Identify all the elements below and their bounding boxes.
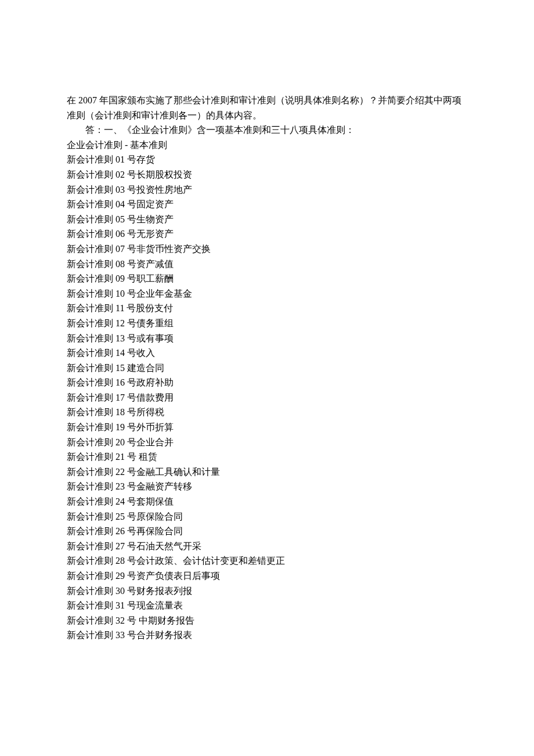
standard-item: 新会计准则 11 号股份支付 (67, 301, 467, 316)
standard-item: 新会计准则 24 号套期保值 (67, 494, 467, 509)
standard-item: 新会计准则 07 号非货币性资产交换 (67, 242, 467, 257)
standard-item: 新会计准则 16 号政府补助 (67, 375, 467, 390)
standard-item: 新会计准则 17 号借款费用 (67, 390, 467, 405)
standard-item: 新会计准则 33 号合并财务报表 (67, 628, 467, 643)
answer-intro: 答：一、《企业会计准则》含一项基本准则和三十八项具体准则： (67, 123, 467, 138)
standard-item: 新会计准则 03 号投资性房地产 (67, 182, 467, 197)
standard-item: 新会计准则 04 号固定资产 (67, 197, 467, 212)
standard-item: 新会计准则 02 号长期股权投资 (67, 167, 467, 182)
standard-item: 新会计准则 05 号生物资产 (67, 212, 467, 227)
standard-item: 新会计准则 09 号职工薪酬 (67, 271, 467, 286)
standard-item: 新会计准则 14 号收入 (67, 345, 467, 361)
standard-item: 新会计准则 27 号石油天然气开采 (67, 539, 467, 554)
standard-item: 新会计准则 26 号再保险合同 (67, 524, 467, 539)
standard-item: 新会计准则 23 号金融资产转移 (67, 479, 467, 494)
standard-item: 新会计准则 08 号资产减值 (67, 257, 467, 272)
standard-item: 新会计准则 32 号 中期财务报告 (67, 613, 467, 628)
standard-item: 新会计准则 28 号会计政策、会计估计变更和差错更正 (67, 553, 467, 568)
question-text: 在 2007 年国家颁布实施了那些会计准则和审计准则（说明具体准则名称）？并简要… (67, 93, 467, 123)
standard-item: 新会计准则 13 号或有事项 (67, 331, 467, 346)
standard-item: 新会计准则 06 号无形资产 (67, 226, 467, 242)
standard-item: 新会计准则 19 号外币折算 (67, 420, 467, 435)
standard-item: 新会计准则 12 号债务重组 (67, 316, 467, 331)
standard-item: 新会计准则 22 号金融工具确认和计量 (67, 465, 467, 480)
standard-item: 新会计准则 15 建造合同 (67, 361, 467, 376)
standard-item: 新会计准则 29 号资产负债表日后事项 (67, 568, 467, 584)
standard-item: 新会计准则 01 号存货 (67, 152, 467, 167)
standards-list: 新会计准则 01 号存货新会计准则 02 号长期股权投资新会计准则 03 号投资… (67, 152, 467, 643)
standard-item: 新会计准则 21 号 租赁 (67, 449, 467, 465)
standard-item: 新会计准则 31 号现金流量表 (67, 598, 467, 613)
standard-item: 新会计准则 18 号所得税 (67, 405, 467, 420)
standard-item: 新会计准则 20 号企业合并 (67, 435, 467, 450)
standard-item: 新会计准则 30 号财务报表列报 (67, 584, 467, 599)
standard-item: 新会计准则 10 号企业年金基金 (67, 286, 467, 301)
standard-item: 新会计准则 25 号原保险合同 (67, 509, 467, 524)
basic-standard: 企业会计准则 - 基本准则 (67, 138, 467, 153)
